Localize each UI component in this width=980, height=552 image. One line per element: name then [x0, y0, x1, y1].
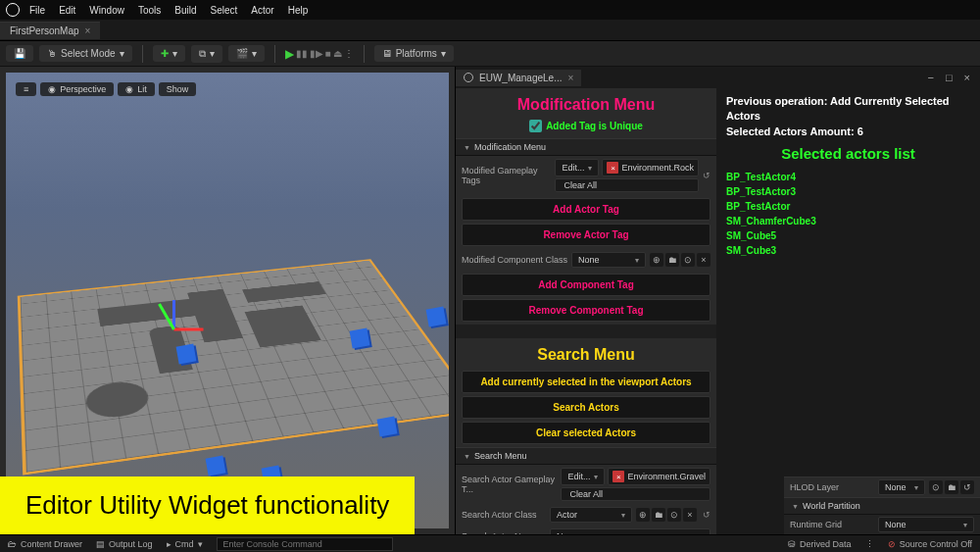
menu-file[interactable]: File [29, 5, 45, 16]
viewport-toolbar: ≡ ◉Perspective ◉Lit Show [16, 82, 196, 96]
play-button[interactable]: ▶ [285, 47, 294, 61]
section-modification-menu[interactable]: Modification Menu [456, 138, 716, 156]
menu-window[interactable]: Window [89, 5, 124, 16]
output-log-button[interactable]: ▤Output Log [96, 539, 153, 549]
previous-operation-text: Previous operation: Add Currently Select… [726, 94, 970, 125]
minimize-button[interactable]: − [927, 72, 933, 83]
platforms-icon: 🖥 [382, 48, 392, 59]
maximize-button[interactable]: □ [946, 72, 953, 83]
reset-icon[interactable]: ↺ [703, 510, 710, 520]
titlebar: File Edit Window Tools Build Select Acto… [0, 0, 980, 20]
search-class-dropdown[interactable]: Actor [550, 507, 632, 523]
source-control-button[interactable]: ⊘Source Control Off [888, 539, 972, 549]
modification-column: Modification Menu Added Tag is Unique Mo… [456, 88, 716, 534]
chevron-down-icon: ▾ [120, 48, 124, 59]
reset-icon[interactable]: ↺ [703, 171, 710, 180]
main-area: ≡ ◉Perspective ◉Lit Show [0, 67, 980, 534]
show-button[interactable]: Show [159, 82, 197, 96]
window-controls: − □ × [917, 72, 980, 83]
unique-tag-checkbox[interactable] [529, 120, 542, 132]
console-input[interactable] [217, 537, 393, 551]
selected-cube[interactable] [206, 456, 226, 477]
search-gameplay-label: Search Actor Gameplay T... [462, 475, 557, 494]
remove-tag-icon[interactable]: × [612, 471, 624, 482]
actor-item: SM_ChamferCube3 [726, 214, 970, 228]
play-options[interactable]: ⋮ [344, 48, 354, 59]
section-search-menu[interactable]: Search Menu [456, 447, 716, 465]
selected-cube[interactable] [377, 417, 398, 437]
platforms-button[interactable]: 🖥 Platforms ▾ [374, 45, 454, 62]
viewport-menu[interactable]: ≡ [16, 82, 36, 96]
tag-chip: ×Environment.Rock [602, 159, 699, 176]
add-button[interactable]: ✚▾ [153, 45, 185, 62]
skip-button[interactable]: ▮▶ [310, 48, 323, 59]
cmd-dropdown[interactable]: ▸Cmd ▾ [167, 539, 203, 549]
clear-all-button[interactable]: Clear All [555, 178, 699, 192]
perspective-button[interactable]: ◉Perspective [40, 82, 114, 96]
sequence-button[interactable]: 🎬▾ [228, 45, 265, 62]
add-selected-actors-button[interactable]: Add currently selected in the viewport A… [462, 371, 710, 393]
close-icon[interactable]: × [85, 25, 91, 36]
options-icon[interactable]: ⋮ [865, 539, 874, 549]
stop-button[interactable]: ■ [325, 48, 331, 59]
close-icon[interactable]: × [568, 73, 574, 83]
menu-edit[interactable]: Edit [59, 5, 75, 16]
selected-cube[interactable] [426, 307, 447, 327]
folder-icon[interactable]: 🖿 [652, 508, 665, 522]
camera-icon: ◉ [48, 84, 56, 94]
tab-firstpersonmap[interactable]: FirstPersonMap × [0, 22, 100, 39]
remove-component-tag-button[interactable]: Remove Component Tag [462, 299, 710, 322]
folder-icon[interactable]: 🖿 [945, 480, 958, 494]
clear-all-button[interactable]: Clear All [561, 487, 710, 501]
3d-viewport[interactable]: ≡ ◉Perspective ◉Lit Show [6, 73, 449, 528]
edit-tags-dropdown[interactable]: Edit... [555, 159, 599, 176]
menu-help[interactable]: Help [288, 5, 309, 16]
hlod-dropdown[interactable]: None [878, 479, 925, 495]
folder-icon[interactable]: 🖿 [665, 253, 679, 267]
cursor-icon: 🖱 [47, 48, 57, 59]
runtime-grid-dropdown[interactable]: None [878, 517, 974, 532]
menu-tools[interactable]: Tools [138, 5, 161, 16]
derived-data-button[interactable]: ⛁Derived Data [788, 539, 852, 549]
menu-select[interactable]: Select [211, 5, 238, 16]
chevron-down-icon: ▾ [198, 539, 203, 549]
edit-search-tags-dropdown[interactable]: Edit... [561, 468, 605, 485]
menu-actor[interactable]: Actor [251, 5, 273, 16]
divider [142, 45, 143, 63]
close-window-button[interactable]: × [964, 72, 970, 83]
browse-icon[interactable]: ⊕ [636, 508, 650, 522]
menu-build[interactable]: Build [174, 5, 196, 16]
search-actors-button[interactable]: Search Actors [462, 396, 710, 419]
pause-button[interactable]: ▮▮ [296, 48, 308, 59]
selected-cube[interactable] [176, 344, 197, 365]
search-class-label: Search Actor Class [462, 510, 546, 520]
section-world-partition[interactable]: World Partition [784, 497, 980, 515]
new-icon[interactable]: ⊙ [681, 253, 695, 267]
add-component-tag-button[interactable]: Add Component Tag [462, 274, 710, 296]
eject-button[interactable]: ⏏ [333, 48, 342, 59]
component-class-dropdown[interactable]: None [571, 252, 646, 268]
blueprint-button[interactable]: ⧉▾ [191, 45, 222, 63]
lit-button[interactable]: ◉Lit [118, 82, 155, 96]
selected-cube[interactable] [350, 328, 370, 349]
browse-icon[interactable]: ⊕ [650, 253, 663, 267]
reset-icon[interactable]: ↺ [960, 480, 974, 494]
new-icon[interactable]: ⊙ [667, 508, 681, 522]
remove-actor-tag-button[interactable]: Remove Actor Tag [462, 224, 710, 246]
info-column: Previous operation: Add Currently Select… [716, 88, 980, 534]
level-floor [18, 259, 449, 475]
selected-actors-heading: Selected actors list [726, 139, 970, 170]
unreal-logo-icon [6, 3, 20, 17]
select-mode-button[interactable]: 🖱 Select Mode ▾ [39, 45, 132, 62]
actor-item: SM_Cube3 [726, 243, 970, 258]
save-button[interactable]: 💾 [6, 45, 33, 62]
clear-icon[interactable]: × [697, 253, 710, 267]
clear-selected-actors-button[interactable]: Clear selected Actors [462, 422, 710, 444]
tab-euw-manage[interactable]: EUW_ManageLe... × [456, 70, 581, 86]
remove-tag-icon[interactable]: × [607, 162, 618, 174]
content-drawer-button[interactable]: 🗁Content Drawer [8, 539, 82, 549]
component-class-label: Modified Component Class [462, 255, 567, 265]
browse-icon[interactable]: ⊙ [929, 480, 943, 494]
add-actor-tag-button[interactable]: Add Actor Tag [462, 198, 710, 221]
clear-icon[interactable]: × [683, 508, 697, 522]
